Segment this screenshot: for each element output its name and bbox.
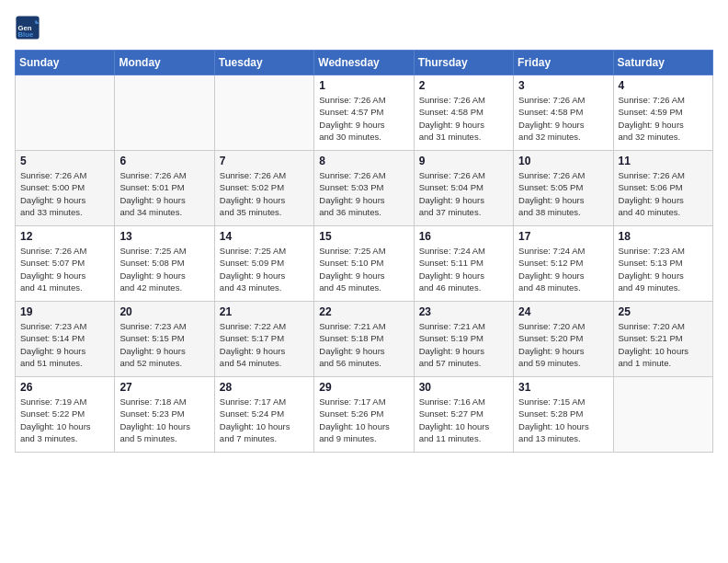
day-number: 29 — [319, 381, 408, 394]
weekday-header: Thursday — [414, 51, 513, 75]
calendar-cell: 8Sunrise: 7:26 AM Sunset: 5:03 PM Daylig… — [314, 151, 414, 226]
calendar-week-row: 1Sunrise: 7:26 AM Sunset: 4:57 PM Daylig… — [16, 75, 713, 151]
day-info: Sunrise: 7:25 AM Sunset: 5:09 PM Dayligh… — [220, 245, 309, 293]
day-number: 11 — [619, 155, 708, 167]
logo-icon: Gen Blue — [15, 15, 40, 40]
calendar-cell: 5Sunrise: 7:26 AM Sunset: 5:00 PM Daylig… — [16, 151, 115, 226]
day-info: Sunrise: 7:23 AM Sunset: 5:13 PM Dayligh… — [619, 245, 708, 293]
calendar-cell: 11Sunrise: 7:26 AM Sunset: 5:06 PM Dayli… — [613, 151, 712, 226]
calendar-cell: 4Sunrise: 7:26 AM Sunset: 4:59 PM Daylig… — [613, 75, 712, 151]
day-number: 4 — [619, 79, 708, 92]
day-info: Sunrise: 7:26 AM Sunset: 4:58 PM Dayligh… — [518, 94, 608, 143]
calendar-week-row: 12Sunrise: 7:26 AM Sunset: 5:07 PM Dayli… — [16, 226, 713, 302]
day-info: Sunrise: 7:15 AM Sunset: 5:28 PM Dayligh… — [518, 396, 608, 444]
day-info: Sunrise: 7:23 AM Sunset: 5:14 PM Dayligh… — [20, 320, 109, 369]
day-number: 26 — [20, 381, 109, 394]
day-info: Sunrise: 7:17 AM Sunset: 5:26 PM Dayligh… — [319, 396, 408, 444]
day-number: 17 — [518, 230, 608, 243]
calendar-cell: 29Sunrise: 7:17 AM Sunset: 5:26 PM Dayli… — [314, 377, 414, 453]
day-info: Sunrise: 7:22 AM Sunset: 5:17 PM Dayligh… — [220, 320, 309, 369]
weekday-header: Wednesday — [314, 51, 414, 75]
day-info: Sunrise: 7:25 AM Sunset: 5:10 PM Dayligh… — [319, 245, 408, 293]
calendar-cell: 15Sunrise: 7:25 AM Sunset: 5:10 PM Dayli… — [314, 226, 414, 302]
calendar-cell: 27Sunrise: 7:18 AM Sunset: 5:23 PM Dayli… — [115, 377, 214, 453]
calendar-week-row: 19Sunrise: 7:23 AM Sunset: 5:14 PM Dayli… — [16, 302, 713, 377]
calendar-cell: 2Sunrise: 7:26 AM Sunset: 4:58 PM Daylig… — [414, 75, 513, 151]
logo: Gen Blue — [15, 15, 44, 40]
day-info: Sunrise: 7:21 AM Sunset: 5:19 PM Dayligh… — [419, 320, 508, 369]
day-number: 5 — [20, 155, 109, 167]
calendar-cell: 18Sunrise: 7:23 AM Sunset: 5:13 PM Dayli… — [613, 226, 712, 302]
day-info: Sunrise: 7:20 AM Sunset: 5:21 PM Dayligh… — [619, 320, 708, 369]
calendar-cell: 24Sunrise: 7:20 AM Sunset: 5:20 PM Dayli… — [514, 302, 613, 377]
calendar-cell: 23Sunrise: 7:21 AM Sunset: 5:19 PM Dayli… — [414, 302, 513, 377]
day-number: 21 — [220, 305, 309, 318]
calendar-cell: 19Sunrise: 7:23 AM Sunset: 5:14 PM Dayli… — [16, 302, 115, 377]
calendar-cell: 16Sunrise: 7:24 AM Sunset: 5:11 PM Dayli… — [414, 226, 513, 302]
day-info: Sunrise: 7:23 AM Sunset: 5:15 PM Dayligh… — [119, 320, 209, 369]
calendar-cell: 3Sunrise: 7:26 AM Sunset: 4:58 PM Daylig… — [514, 75, 613, 151]
svg-text:Blue: Blue — [18, 30, 34, 39]
day-info: Sunrise: 7:26 AM Sunset: 5:02 PM Dayligh… — [220, 169, 309, 218]
weekday-header: Friday — [514, 51, 613, 75]
calendar-cell: 6Sunrise: 7:26 AM Sunset: 5:01 PM Daylig… — [115, 151, 214, 226]
calendar-cell: 25Sunrise: 7:20 AM Sunset: 5:21 PM Dayli… — [613, 302, 712, 377]
calendar-cell: 12Sunrise: 7:26 AM Sunset: 5:07 PM Dayli… — [16, 226, 115, 302]
day-number: 15 — [319, 230, 408, 243]
calendar-cell — [214, 75, 313, 151]
day-number: 1 — [319, 79, 408, 92]
calendar-cell: 9Sunrise: 7:26 AM Sunset: 5:04 PM Daylig… — [414, 151, 513, 226]
calendar-week-row: 26Sunrise: 7:19 AM Sunset: 5:22 PM Dayli… — [16, 377, 713, 453]
calendar-cell: 13Sunrise: 7:25 AM Sunset: 5:08 PM Dayli… — [115, 226, 214, 302]
calendar-week-row: 5Sunrise: 7:26 AM Sunset: 5:00 PM Daylig… — [16, 151, 713, 226]
day-number: 25 — [619, 305, 708, 318]
day-number: 22 — [319, 305, 408, 318]
calendar-cell — [613, 377, 712, 453]
day-info: Sunrise: 7:18 AM Sunset: 5:23 PM Dayligh… — [119, 396, 209, 444]
day-number: 7 — [220, 155, 309, 167]
calendar-cell: 28Sunrise: 7:17 AM Sunset: 5:24 PM Dayli… — [214, 377, 313, 453]
weekday-header: Sunday — [16, 51, 115, 75]
day-info: Sunrise: 7:26 AM Sunset: 4:59 PM Dayligh… — [619, 94, 708, 143]
day-info: Sunrise: 7:26 AM Sunset: 4:57 PM Dayligh… — [319, 94, 408, 143]
day-info: Sunrise: 7:26 AM Sunset: 5:03 PM Dayligh… — [319, 169, 408, 218]
day-number: 6 — [119, 155, 209, 167]
calendar-cell: 30Sunrise: 7:16 AM Sunset: 5:27 PM Dayli… — [414, 377, 513, 453]
day-info: Sunrise: 7:16 AM Sunset: 5:27 PM Dayligh… — [419, 396, 508, 444]
calendar-cell: 26Sunrise: 7:19 AM Sunset: 5:22 PM Dayli… — [16, 377, 115, 453]
day-info: Sunrise: 7:19 AM Sunset: 5:22 PM Dayligh… — [20, 396, 109, 444]
day-info: Sunrise: 7:26 AM Sunset: 5:01 PM Dayligh… — [119, 169, 209, 218]
day-info: Sunrise: 7:24 AM Sunset: 5:12 PM Dayligh… — [518, 245, 608, 293]
day-info: Sunrise: 7:24 AM Sunset: 5:11 PM Dayligh… — [419, 245, 508, 293]
day-info: Sunrise: 7:20 AM Sunset: 5:20 PM Dayligh… — [518, 320, 608, 369]
calendar-cell: 1Sunrise: 7:26 AM Sunset: 4:57 PM Daylig… — [314, 75, 414, 151]
calendar-cell: 7Sunrise: 7:26 AM Sunset: 5:02 PM Daylig… — [214, 151, 313, 226]
day-number: 2 — [419, 79, 508, 92]
day-number: 28 — [220, 381, 309, 394]
calendar-cell: 31Sunrise: 7:15 AM Sunset: 5:28 PM Dayli… — [514, 377, 613, 453]
calendar-cell: 20Sunrise: 7:23 AM Sunset: 5:15 PM Dayli… — [115, 302, 214, 377]
day-info: Sunrise: 7:26 AM Sunset: 5:04 PM Dayligh… — [419, 169, 508, 218]
day-number: 19 — [20, 305, 109, 318]
day-info: Sunrise: 7:26 AM Sunset: 5:05 PM Dayligh… — [518, 169, 608, 218]
calendar-cell — [115, 75, 214, 151]
day-number: 18 — [619, 230, 708, 243]
day-info: Sunrise: 7:26 AM Sunset: 5:00 PM Dayligh… — [20, 169, 109, 218]
calendar-cell: 17Sunrise: 7:24 AM Sunset: 5:12 PM Dayli… — [514, 226, 613, 302]
day-number: 27 — [119, 381, 209, 394]
day-info: Sunrise: 7:26 AM Sunset: 4:58 PM Dayligh… — [419, 94, 508, 143]
day-number: 16 — [419, 230, 508, 243]
calendar-table: SundayMondayTuesdayWednesdayThursdayFrid… — [15, 50, 713, 453]
calendar-cell: 14Sunrise: 7:25 AM Sunset: 5:09 PM Dayli… — [214, 226, 313, 302]
day-number: 9 — [419, 155, 508, 167]
day-number: 14 — [220, 230, 309, 243]
calendar-cell: 21Sunrise: 7:22 AM Sunset: 5:17 PM Dayli… — [214, 302, 313, 377]
calendar-cell: 10Sunrise: 7:26 AM Sunset: 5:05 PM Dayli… — [514, 151, 613, 226]
calendar-header: SundayMondayTuesdayWednesdayThursdayFrid… — [16, 51, 713, 75]
day-info: Sunrise: 7:26 AM Sunset: 5:06 PM Dayligh… — [619, 169, 708, 218]
day-info: Sunrise: 7:25 AM Sunset: 5:08 PM Dayligh… — [119, 245, 209, 293]
day-number: 12 — [20, 230, 109, 243]
page-header: Gen Blue — [15, 15, 713, 40]
calendar-cell — [16, 75, 115, 151]
day-number: 23 — [419, 305, 508, 318]
